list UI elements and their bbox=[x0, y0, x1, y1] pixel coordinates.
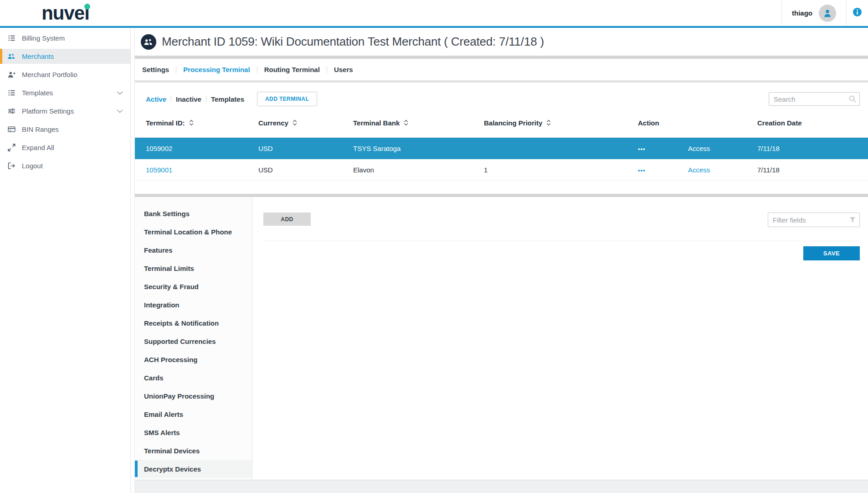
sidebar-item-merchant-portfolio[interactable]: Merchant Portfolio bbox=[0, 67, 130, 82]
add-button[interactable]: ADD bbox=[263, 213, 311, 226]
column-header-label: Action bbox=[638, 119, 659, 127]
sidebar-item-label: Expand All bbox=[22, 144, 54, 151]
terminal-settings-nav: Bank SettingsTerminal Location & PhoneFe… bbox=[135, 197, 252, 480]
chevron-down-icon bbox=[117, 91, 123, 95]
merchant-icon bbox=[141, 34, 156, 50]
merchant-header: Merchant ID 1059: Wiki Documentation Tes… bbox=[135, 28, 868, 56]
settings-nav-terminal-limits[interactable]: Terminal Limits bbox=[135, 259, 252, 277]
sidebar-item-billing-system[interactable]: Billing System bbox=[0, 31, 130, 46]
access-link[interactable]: Access bbox=[688, 145, 757, 152]
list-icon bbox=[7, 89, 16, 97]
row-actions-button[interactable]: ••• bbox=[638, 167, 646, 174]
settings-nav-receipts-notification[interactable]: Receipts & Notification bbox=[135, 314, 252, 332]
settings-nav-security-fraud[interactable]: Security & Fraud bbox=[135, 277, 252, 296]
sort-icon bbox=[189, 119, 194, 126]
topbar: nuvei thiago bbox=[0, 0, 868, 26]
sidebar-item-platform-settings[interactable]: Platform Settings bbox=[0, 104, 130, 119]
filter-active[interactable]: Active bbox=[146, 95, 166, 103]
column-header-balancing-priority[interactable]: Balancing Priority bbox=[484, 119, 638, 127]
settings-nav-unionpay-processing[interactable]: UnionPay Processing bbox=[135, 387, 252, 405]
user-menu[interactable]: thiago bbox=[781, 0, 846, 26]
action-cell: ••• bbox=[638, 166, 688, 174]
credit-card-icon bbox=[7, 125, 16, 133]
settings-nav-cards[interactable]: Cards bbox=[135, 368, 252, 387]
search-input[interactable] bbox=[769, 92, 860, 106]
nuvei-logo: nuvei bbox=[41, 4, 89, 23]
settings-nav-sms-alerts[interactable]: SMS Alerts bbox=[135, 423, 252, 441]
sidebar-item-label: Billing System bbox=[22, 34, 65, 42]
settings-detail-panel: ADD SAVE bbox=[252, 197, 868, 480]
topbar-right: thiago bbox=[781, 0, 868, 26]
tab-processing-terminal[interactable]: Processing Terminal bbox=[183, 66, 250, 73]
column-header-terminal-id[interactable]: Terminal ID: bbox=[135, 119, 258, 127]
sliders-icon bbox=[7, 107, 16, 115]
settings-nav-supported-currencies[interactable]: Supported Currencies bbox=[135, 332, 252, 350]
terminal-filter-row: ActiveInactiveTemplates ADD TERMINAL bbox=[135, 83, 868, 114]
avatar[interactable] bbox=[819, 5, 836, 22]
table-row-1059001[interactable]: 1059001USDElavon1•••Access7/11/18 bbox=[135, 159, 868, 181]
settings-nav-terminal-location-phone[interactable]: Terminal Location & Phone bbox=[135, 223, 252, 241]
terminal-table-header: Terminal ID:CurrencyTerminal BankBalanci… bbox=[135, 114, 868, 132]
footer-strip bbox=[135, 480, 868, 493]
filter-inactive[interactable]: Inactive bbox=[176, 95, 201, 103]
sidebar-item-merchants[interactable]: Merchants bbox=[0, 49, 130, 64]
app-window: nuvei thiago Billing SystemMerchantsMerc… bbox=[0, 0, 868, 493]
settings-nav-ach-processing[interactable]: ACH Processing bbox=[135, 350, 252, 368]
terminal-list-section: ActiveInactiveTemplates ADD TERMINAL Ter… bbox=[135, 83, 868, 194]
column-header-currency[interactable]: Currency bbox=[258, 119, 353, 127]
terminal-id-link[interactable]: 1059002 bbox=[135, 145, 258, 152]
column-header-terminal-bank[interactable]: Terminal Bank bbox=[353, 119, 484, 127]
tab-users[interactable]: Users bbox=[334, 66, 353, 73]
terminal-id-link[interactable]: 1059001 bbox=[135, 166, 258, 174]
sort-icon bbox=[546, 119, 551, 126]
currency-cell: USD bbox=[258, 145, 353, 152]
row-actions-button[interactable]: ••• bbox=[638, 145, 646, 152]
username-label: thiago bbox=[792, 9, 812, 17]
sidebar-item-templates[interactable]: Templates bbox=[0, 85, 130, 100]
access-link[interactable]: Access bbox=[688, 166, 757, 174]
tab-settings[interactable]: Settings bbox=[142, 66, 169, 73]
search-box bbox=[769, 92, 860, 106]
settings-nav-integration[interactable]: Integration bbox=[135, 296, 252, 314]
detail-divider bbox=[263, 241, 860, 241]
terminal-settings-section: Bank SettingsTerminal Location & PhoneFe… bbox=[135, 197, 868, 480]
logo-text: nuvei bbox=[41, 2, 89, 24]
tab-routing-terminal[interactable]: Routing Terminal bbox=[264, 66, 320, 73]
sidebar-item-bin-ranges[interactable]: BIN Ranges bbox=[0, 122, 130, 137]
filter-fields-input[interactable] bbox=[768, 213, 860, 227]
info-icon bbox=[853, 8, 862, 18]
sidebar-item-label: Merchant Portfolio bbox=[22, 71, 77, 78]
action-cell: ••• bbox=[638, 145, 688, 152]
table-row-1059002[interactable]: 1059002USDTSYS Saratoga•••Access7/11/18 bbox=[135, 138, 868, 159]
column-header-label: Balancing Priority bbox=[484, 119, 542, 127]
column-header-label: Terminal ID: bbox=[146, 119, 185, 127]
tab-separator bbox=[327, 66, 327, 73]
chevron-down-icon bbox=[117, 109, 123, 113]
logo-zone: nuvei bbox=[0, 0, 131, 26]
column-header-action: Action bbox=[638, 119, 688, 127]
column-header-label: Creation Date bbox=[757, 119, 802, 127]
filter-templates[interactable]: Templates bbox=[211, 95, 244, 103]
save-button[interactable]: SAVE bbox=[803, 246, 860, 260]
column-header-creation-date: Creation Date bbox=[757, 119, 868, 127]
info-button[interactable] bbox=[846, 0, 868, 26]
settings-nav-email-alerts[interactable]: Email Alerts bbox=[135, 405, 252, 423]
filter-separator bbox=[171, 96, 171, 102]
add-terminal-button[interactable]: ADD TERMINAL bbox=[257, 92, 317, 106]
tab-separator bbox=[176, 66, 176, 73]
column-header-label: Currency bbox=[258, 119, 288, 127]
person-icon bbox=[823, 9, 832, 18]
sort-icon bbox=[404, 119, 408, 126]
sidebar-item-logout[interactable]: Logout bbox=[0, 158, 130, 173]
filter-separator bbox=[206, 96, 206, 102]
main-content: Merchant ID 1059: Wiki Documentation Tes… bbox=[134, 28, 868, 493]
settings-nav-decryptx-devices[interactable]: Decryptx Devices bbox=[135, 460, 252, 478]
page-title: Merchant ID 1059: Wiki Documentation Tes… bbox=[162, 35, 544, 49]
divider-bar bbox=[135, 194, 868, 197]
settings-nav-bank-settings[interactable]: Bank Settings bbox=[135, 204, 252, 223]
sidebar-item-label: Platform Settings bbox=[22, 107, 74, 115]
terminal-bank-cell: Elavon bbox=[353, 166, 484, 174]
settings-nav-features[interactable]: Features bbox=[135, 241, 252, 259]
settings-nav-terminal-devices[interactable]: Terminal Devices bbox=[135, 441, 252, 460]
sidebar-item-expand-all[interactable]: Expand All bbox=[0, 140, 130, 155]
